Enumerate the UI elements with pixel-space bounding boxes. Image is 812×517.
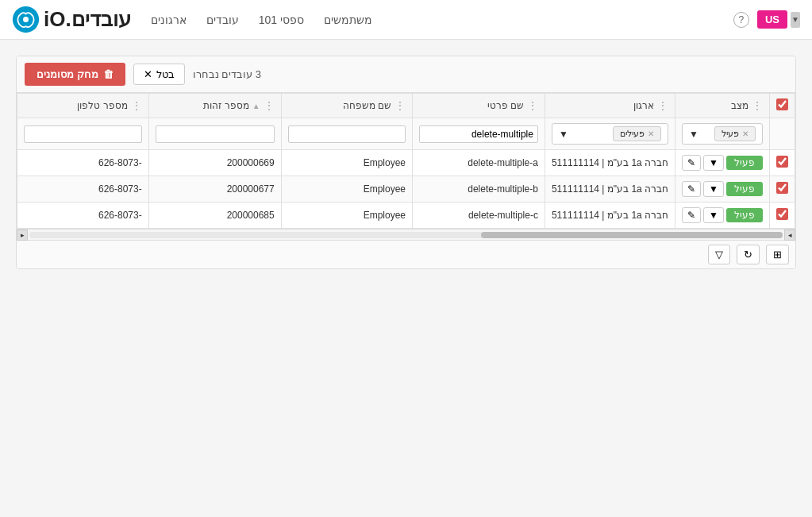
phone-filter-input[interactable] [24,125,142,143]
org-filter-x[interactable]: ✕ [648,129,654,138]
status-filter-tag: ✕ פעיל [714,126,756,141]
filter-firstname-cell[interactable] [413,118,545,150]
navbar-left: ▼ US ? [733,10,800,29]
row3-org-cell: חברה 1a בע"מ | 511111114 [545,203,675,229]
row3-dropdown-button[interactable]: ▼ [703,207,724,223]
row3-checkbox-cell [770,203,795,229]
filter-status-cell: ✕ פעיל ▼ [675,118,770,150]
status-filter-x[interactable]: ✕ [742,129,749,138]
id-col-label: מספר זהות [156,100,249,111]
nav-reports[interactable]: ספסי 101 [259,14,304,26]
row1-actions: פעיל ▼ ✎ [682,155,763,171]
row2-id-cell: 200000677 [148,176,281,203]
row1-id-cell: 200000669 [148,150,281,176]
refresh-button[interactable]: ↻ [737,245,760,264]
row2-edit-button[interactable]: ✎ [682,181,701,197]
row1-phone-cell: -626-8073 [17,150,149,176]
row1-edit-button[interactable]: ✎ [682,155,701,171]
selected-count-text: 3 עובדים נבחרו [193,68,261,80]
filter-row: ✕ פעיל ▼ ✕ פעילים [17,118,795,150]
firstname-filter-input[interactable] [419,125,538,143]
nav-employees[interactable]: עובדים [206,14,239,26]
row1-firstname-cell: delete-multiple-a [413,150,545,176]
row1-org-cell: חברה 1a בע"מ | 511111114 [545,150,675,176]
horizontal-scrollbar[interactable]: ◂ ▸ [17,229,795,240]
org-col-menu-icon[interactable]: ⋮ [657,99,668,112]
nav-users[interactable]: משתמשים [324,14,372,26]
row3-lastname-cell: Employee [281,203,412,229]
header-first-name: ⋮ שם פרטי [413,94,545,118]
org-dropdown-arrow-icon: ▼ [559,129,568,140]
scrollbar-track[interactable] [29,232,783,238]
filter-id-cell [148,118,281,150]
filter-checkbox-cell [770,118,795,150]
table-row: פעיל ▼ ✎ חברה 1a בע"מ | 511111114 delete… [17,176,795,203]
scrollbar-thumb[interactable] [481,232,783,238]
phone-col-label: מספר טלפון [24,100,128,111]
lastname-col-menu-icon[interactable]: ⋮ [394,99,406,112]
cancel-button[interactable]: בטל ✕ [133,64,185,85]
scroll-left-arrow[interactable]: ▸ [17,230,28,241]
select-all-checkbox[interactable] [776,98,788,110]
org-filter-label: פעילים [620,129,645,139]
us-badge-button[interactable]: US [757,10,787,29]
id-col-menu-icon[interactable]: ⋮ [264,99,275,112]
status-filter-label: פעיל [722,129,739,139]
columns-button[interactable]: ⊞ [766,245,789,264]
header-status: ⋮ מצב [675,94,770,118]
navbar-right: משתמשים ספסי 101 עובדים ארגונים עובדים.i… [12,6,372,33]
row1-dropdown-button[interactable]: ▼ [703,155,724,171]
filter-button[interactable]: ▽ [708,245,730,264]
filter-org-cell: ✕ פעילים ▼ [545,118,675,150]
scroll-right-arrow[interactable]: ◂ [784,230,795,241]
help-icon[interactable]: ? [733,12,749,28]
row3-checkbox[interactable] [776,208,788,220]
trash-icon: 🗑 [103,68,114,80]
row1-checkbox-cell [770,150,795,176]
table-body: פעיל ▼ ✎ חברה 1a בע"מ | 511111114 delete… [17,150,795,229]
firstname-col-label: שם פרטי [419,100,524,111]
row1-lastname-cell: Employee [281,150,412,176]
lastname-filter-input[interactable] [288,125,406,143]
row2-status-cell: פעיל ▼ ✎ [675,176,770,203]
table-scroll-area[interactable]: ⋮ מצב ⋮ ארגון ⋮ [17,93,795,229]
logo-icon [12,6,40,33]
org-filter-button[interactable]: ✕ פעילים ▼ [552,123,668,145]
row1-checkbox[interactable] [776,156,788,168]
main-content: 3 עובדים נבחרו בטל ✕ 🗑 מחק מסומנים [0,40,812,285]
status-col-menu-icon[interactable]: ⋮ [752,99,763,112]
row2-checkbox-cell [770,176,795,203]
row3-phone-cell: -626-8073 [17,203,149,229]
header-id-number: ⋮ ▲ מספר זהות [148,94,281,118]
header-checkbox-cell [770,94,795,118]
top-navbar: ▼ US ? משתמשים ספסי 101 עובדים ארגונים ע… [0,0,812,40]
org-filter-tag: ✕ פעילים [613,126,661,141]
row3-id-cell: 200000685 [148,203,281,229]
row2-org-cell: חברה 1a בע"מ | 511111114 [545,176,675,203]
row1-status-cell: פעיל ▼ ✎ [675,150,770,176]
phone-col-menu-icon[interactable]: ⋮ [131,99,142,112]
cancel-x-icon: ✕ [144,68,152,80]
row3-firstname-cell: delete-multiple-c [413,203,545,229]
nav-organizations[interactable]: ארגונים [151,14,187,26]
row2-lastname-cell: Employee [281,176,412,203]
id-filter-input[interactable] [156,125,275,143]
row3-edit-button[interactable]: ✎ [682,207,701,223]
delete-selected-button[interactable]: 🗑 מחק מסומנים [25,63,125,86]
row2-checkbox[interactable] [776,182,788,194]
cancel-label: בטל [156,68,175,80]
filter-lastname-cell [281,118,412,150]
id-sort-icon: ▲ [252,102,260,110]
header-organization: ⋮ ארגון [545,94,675,118]
app-logo: עובדים.iO [12,6,131,33]
org-col-label: ארגון [552,100,654,111]
header-last-name: ⋮ שם משפחה [281,94,412,118]
row2-firstname-cell: delete-multiple-b [413,176,545,203]
row3-status-cell: פעיל ▼ ✎ [675,203,770,229]
header-row: ⋮ מצב ⋮ ארגון ⋮ [17,94,795,118]
row2-dropdown-button[interactable]: ▼ [703,181,724,197]
status-filter-button[interactable]: ✕ פעיל ▼ [682,123,763,145]
firstname-col-menu-icon[interactable]: ⋮ [527,99,538,112]
table-row: פעיל ▼ ✎ חברה 1a בע"מ | 511111114 delete… [17,203,795,229]
action-bar: 3 עובדים נבחרו בטל ✕ 🗑 מחק מסומנים [17,56,795,93]
